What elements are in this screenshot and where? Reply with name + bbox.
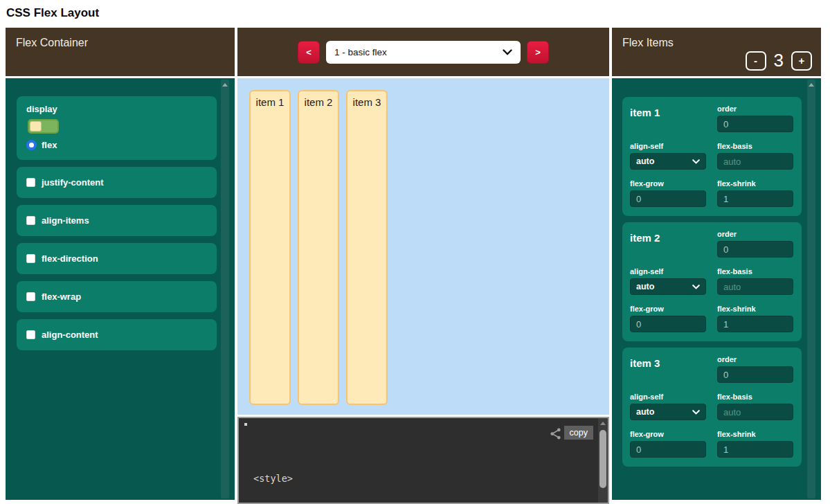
flex-items-header: Flex Items - 3 + xyxy=(612,28,821,76)
chevron-down-icon xyxy=(692,285,700,289)
flex-direction-label: flex-direction xyxy=(42,253,98,264)
flex-container-title: Flex Container xyxy=(16,37,88,48)
option-justify-content: justify-content xyxy=(17,167,217,198)
flex-basis-label: flex-basis xyxy=(717,393,793,401)
option-flex-wrap: flex-wrap xyxy=(17,281,217,312)
copy-button[interactable]: copy xyxy=(564,426,593,440)
prev-preset-button[interactable]: < xyxy=(298,41,320,64)
flex-container-body: display flex justify-content align-items xyxy=(6,78,235,500)
flex-grow-label: flex-grow xyxy=(630,430,706,438)
flex-items-scrollbar[interactable] xyxy=(807,80,815,498)
next-preset-button[interactable]: > xyxy=(527,41,549,64)
option-flex-direction: flex-direction xyxy=(17,243,217,274)
share-icon[interactable] xyxy=(549,427,562,440)
option-align-items: align-items xyxy=(17,205,217,236)
flex-basis-label: flex-basis xyxy=(717,267,793,276)
chevron-down-icon xyxy=(692,410,700,415)
align-self-label: align-self xyxy=(630,142,706,150)
page-title: CSS Flex Layout xyxy=(6,6,99,20)
item-2-flex-shrink-input[interactable] xyxy=(717,316,793,332)
item-1-flex-basis-input[interactable] xyxy=(717,153,793,170)
item-1-flex-shrink-input[interactable] xyxy=(717,190,793,207)
justify-content-checkbox[interactable] xyxy=(26,178,35,187)
item-1-order-input[interactable] xyxy=(717,116,793,132)
flex-grow-label: flex-grow xyxy=(630,305,706,313)
item-3-card: item 3 order align-self auto flex-basis xyxy=(622,348,802,467)
generated-code: <style> .flex-container { display: flex; xyxy=(253,446,360,504)
item-1-flex-grow-input[interactable] xyxy=(630,190,706,207)
preview-item-3: item 3 xyxy=(346,90,388,405)
justify-content-label: justify-content xyxy=(42,177,104,188)
preset-selector-bar: < 1 - basic flex > xyxy=(237,28,609,76)
flex-shrink-label: flex-shrink xyxy=(717,179,793,188)
flex-container-header: Flex Container xyxy=(6,28,235,76)
order-label: order xyxy=(717,355,793,363)
item-2-title: item 2 xyxy=(630,230,706,258)
flex-wrap-checkbox[interactable] xyxy=(26,292,35,301)
preset-select[interactable]: 1 - basic flex xyxy=(326,41,521,64)
item-3-align-self-select[interactable]: auto xyxy=(630,404,706,420)
item-3-flex-grow-input[interactable] xyxy=(630,441,706,458)
add-item-button[interactable]: + xyxy=(791,51,812,71)
option-align-content: align-content xyxy=(17,319,217,350)
scrollbar-thumb[interactable] xyxy=(599,430,606,488)
flex-grow-label: flex-grow xyxy=(630,179,706,188)
align-items-checkbox[interactable] xyxy=(26,216,35,225)
toggle-knob-icon xyxy=(30,121,42,132)
scroll-up-icon[interactable] xyxy=(600,422,606,425)
item-2-card: item 2 order align-self auto flex-basis xyxy=(622,222,802,341)
remove-item-button[interactable]: - xyxy=(746,51,766,71)
flex-basis-label: flex-basis xyxy=(717,142,793,150)
align-self-label: align-self xyxy=(630,267,706,276)
align-content-label: align-content xyxy=(42,330,98,340)
preview-item-2: item 2 xyxy=(298,90,339,405)
scroll-up-icon[interactable] xyxy=(222,83,228,87)
item-3-flex-basis-input[interactable] xyxy=(717,404,793,420)
item-2-align-self-select[interactable]: auto xyxy=(630,278,706,295)
flex-items-title: Flex Items xyxy=(622,37,674,48)
align-self-label: align-self xyxy=(630,393,706,401)
item-3-order-input[interactable] xyxy=(717,366,793,383)
display-toggle[interactable] xyxy=(28,119,59,134)
item-3-title: item 3 xyxy=(630,355,706,383)
preview-item-1: item 1 xyxy=(249,90,291,405)
code-scrollbar[interactable] xyxy=(598,418,608,503)
item-2-flex-grow-input[interactable] xyxy=(630,316,706,332)
flex-radio[interactable] xyxy=(26,140,37,150)
item-2-order-input[interactable] xyxy=(717,241,793,258)
align-content-checkbox[interactable] xyxy=(26,330,35,339)
item-count: 3 xyxy=(774,50,784,71)
flex-shrink-label: flex-shrink xyxy=(717,305,793,313)
code-bullet-icon xyxy=(244,423,247,426)
align-self-value: auto xyxy=(636,156,654,166)
chevron-down-icon xyxy=(503,49,512,55)
chevron-down-icon xyxy=(692,159,700,164)
item-1-align-self-select[interactable]: auto xyxy=(630,153,706,170)
align-items-label: align-items xyxy=(42,215,89,226)
align-self-value: auto xyxy=(636,282,654,291)
order-label: order xyxy=(717,105,793,113)
item-1-title: item 1 xyxy=(630,105,706,132)
flex-items-panel: Flex Items - 3 + item 1 order align-self xyxy=(612,28,821,500)
item-3-flex-shrink-input[interactable] xyxy=(717,441,793,458)
display-card: display flex xyxy=(17,96,217,160)
flex-direction-checkbox[interactable] xyxy=(26,254,35,263)
preset-select-value: 1 - basic flex xyxy=(334,47,387,57)
code-line: <style> xyxy=(253,472,360,485)
scroll-up-icon[interactable] xyxy=(809,83,814,87)
flex-preview-area: item 1 item 2 item 3 xyxy=(237,78,609,415)
align-self-value: auto xyxy=(636,407,654,417)
item-1-card: item 1 order align-self auto flex-basis xyxy=(622,97,802,216)
flex-container-panel: Flex Container display flex justify-cont… xyxy=(6,28,235,500)
flex-container-scrollbar[interactable] xyxy=(221,80,229,498)
order-label: order xyxy=(717,230,793,238)
item-counter: - 3 + xyxy=(746,50,812,71)
flex-wrap-label: flex-wrap xyxy=(42,291,81,302)
preview-panel: < 1 - basic flex > item 1 item 2 item 3 … xyxy=(237,28,609,504)
code-panel: <style> .flex-container { display: flex;… xyxy=(237,417,609,504)
flex-items-body: item 1 order align-self auto flex-basis xyxy=(612,78,821,500)
item-2-flex-basis-input[interactable] xyxy=(717,278,793,295)
flex-shrink-label: flex-shrink xyxy=(717,430,793,438)
flex-radio-label: flex xyxy=(42,140,57,150)
display-label: display xyxy=(26,104,207,114)
